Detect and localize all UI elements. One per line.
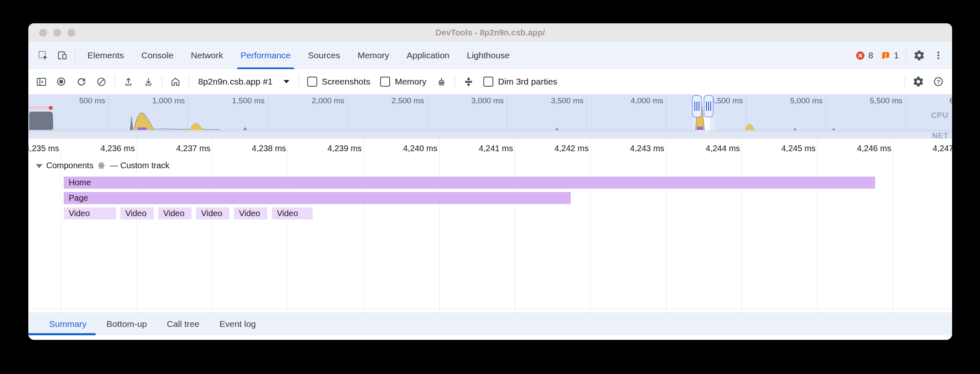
performance-toolbar: 8p2n9n.csb.app #1 Screenshots Memory	[28, 69, 952, 95]
record-icon[interactable]	[52, 73, 70, 90]
zoom-window-button[interactable]	[67, 29, 75, 37]
ruler-time-label: 4,242 ms	[555, 144, 589, 153]
capture-settings-gear-icon[interactable]	[910, 73, 927, 90]
components-track-header[interactable]: Components — Custom track	[36, 161, 169, 170]
ruler-time-label: 4,244 ms	[706, 144, 740, 153]
cpu-lane-label: CPU	[931, 111, 948, 120]
net-lane-label: NET	[932, 131, 949, 139]
target-label: 8p2n9n.csb.app #1	[198, 77, 273, 87]
checkbox-icon	[380, 77, 390, 87]
network-lane	[28, 131, 952, 139]
panel-tabs: ElementsConsoleNetworkPerformanceSources…	[79, 42, 518, 69]
tab-label: Performance	[241, 50, 291, 60]
tab-console[interactable]: Console	[133, 42, 182, 69]
overview-time-label: 4,500 ms	[710, 96, 743, 105]
screenshots-checkbox[interactable]: Screenshots	[302, 77, 376, 87]
clear-icon[interactable]	[92, 73, 110, 90]
home-icon[interactable]	[167, 73, 184, 90]
tabbar-right-controls: 8 1	[851, 46, 948, 65]
video-row-bar[interactable]: Video	[196, 207, 229, 219]
selection-left-handle[interactable]	[692, 95, 702, 117]
devtools-tabbar: ElementsConsoleNetworkPerformanceSources…	[28, 42, 952, 69]
kebab-menu-icon[interactable]	[929, 46, 948, 65]
timeline-gridline	[893, 139, 893, 312]
tab-sources[interactable]: Sources	[299, 42, 349, 69]
devtools-window: DevTools - 8p2n9n.csb.app/ ElementsConso…	[28, 23, 952, 340]
collapse-shortcuts-icon[interactable]	[460, 73, 477, 90]
warning-icon	[881, 50, 891, 61]
bottom-tab-call-tree[interactable]: Call tree	[157, 312, 209, 335]
timeline-gridline	[817, 139, 818, 312]
chevron-down-icon	[284, 80, 289, 83]
timeline-overview[interactable]: 500 ms1,000 ms1,500 ms2,000 ms2,500 ms3,…	[28, 94, 952, 139]
console-warnings-badge[interactable]: 1	[881, 50, 899, 61]
page-row-bar[interactable]: Page	[64, 192, 571, 204]
tab-network[interactable]: Network	[182, 42, 232, 69]
video-row-bar[interactable]: Video	[158, 207, 192, 219]
video-row-bar[interactable]: Video	[64, 207, 116, 219]
ruler-time-label: 4,245 ms	[781, 144, 816, 153]
overview-time-label: 3,000 ms	[471, 96, 504, 105]
device-toolbar-icon[interactable]	[52, 46, 72, 65]
video-row-bar[interactable]: Video	[120, 207, 154, 219]
ruler-time-label: 4,243 ms	[630, 144, 664, 153]
overview-time-label: 3,500 ms	[551, 96, 583, 105]
minimize-window-button[interactable]	[53, 29, 61, 37]
timeline-gridline	[288, 139, 288, 312]
inspect-element-icon[interactable]	[33, 46, 52, 65]
tab-label: Elements	[87, 50, 124, 60]
upload-profile-icon[interactable]	[119, 73, 137, 90]
help-icon[interactable]: ?	[930, 73, 947, 90]
bottom-tab-event-log[interactable]: Event log	[209, 312, 266, 335]
download-profile-icon[interactable]	[139, 73, 157, 90]
reload-record-icon[interactable]	[72, 73, 90, 90]
ruler-time-label: 4,241 ms	[479, 144, 513, 153]
checkbox-icon	[483, 77, 493, 87]
toolbar-separator	[189, 75, 189, 88]
selection-right-handle[interactable]	[704, 95, 714, 117]
tab-label: Application	[407, 50, 450, 60]
console-errors-badge[interactable]: 8	[855, 50, 873, 61]
tab-label: Lighthouse	[467, 50, 510, 60]
ruler-time-label: 4,238 ms	[252, 144, 286, 153]
home-row-bar[interactable]: Home	[64, 177, 875, 189]
overview-time-label: 1,500 ms	[232, 96, 264, 105]
dim-3rd-parties-checkbox[interactable]: Dim 3rd parties	[478, 77, 562, 87]
toggle-sidebar-icon[interactable]	[32, 73, 50, 90]
toolbar-separator	[162, 75, 162, 88]
tab-elements[interactable]: Elements	[79, 42, 133, 69]
target-selector[interactable]: 8p2n9n.csb.app #1	[192, 77, 295, 87]
ruler-time-label: 4,235 ms	[28, 144, 59, 153]
tab-memory[interactable]: Memory	[349, 42, 398, 69]
error-icon	[855, 50, 866, 61]
track-title: Components	[46, 161, 93, 170]
traffic-lights	[39, 23, 75, 42]
tab-performance[interactable]: Performance	[232, 42, 299, 69]
overview-time-label: 4,000 ms	[631, 96, 663, 105]
ruler-time-label: 4,236 ms	[100, 144, 134, 153]
bottom-tab-bottom-up[interactable]: Bottom-up	[97, 312, 157, 335]
video-row-bar[interactable]: Video	[234, 207, 267, 219]
overview-time-label: 1,000 ms	[152, 96, 185, 105]
track-subtitle: — Custom track	[109, 161, 169, 170]
details-tabbar: SummaryBottom-upCall treeEvent log	[28, 312, 952, 335]
timeline-gridline	[363, 139, 364, 312]
video-row-bar[interactable]: Video	[272, 207, 313, 219]
settings-gear-icon[interactable]	[910, 46, 929, 65]
memory-checkbox[interactable]: Memory	[375, 77, 431, 87]
dim-3rd-parties-label: Dim 3rd parties	[498, 77, 557, 87]
bottom-tab-summary[interactable]: Summary	[39, 312, 97, 335]
warning-count: 1	[894, 50, 899, 60]
collect-garbage-icon[interactable]	[433, 73, 450, 90]
ruler-time-label: 4,246 ms	[857, 144, 891, 153]
timeline-gridline	[212, 139, 212, 312]
tab-application[interactable]: Application	[398, 42, 458, 69]
close-window-button[interactable]	[39, 29, 47, 37]
toolbar-separator	[455, 75, 455, 88]
tabbar-separator	[75, 48, 75, 63]
overview-time-label: 500 ms	[79, 96, 105, 105]
tab-lighthouse[interactable]: Lighthouse	[458, 42, 518, 69]
ruler-time-label: 4,240 ms	[403, 144, 437, 153]
toolbar-separator	[905, 75, 905, 88]
error-count: 8	[868, 50, 873, 60]
